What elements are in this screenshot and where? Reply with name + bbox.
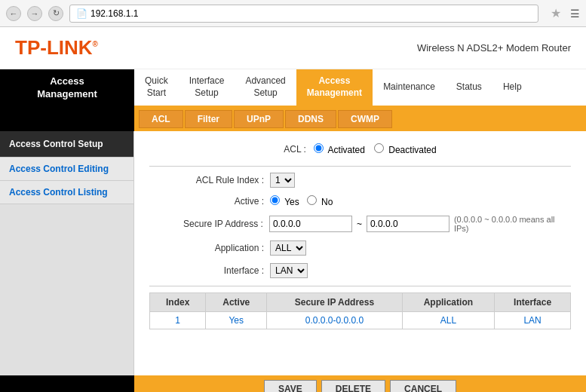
footer-content: SAVE DELETE CANCEL [134,375,586,392]
secure-ip-label: Secure IP Address : [149,219,269,229]
footer-sidebar [0,375,134,392]
acl-rule-index-label: ACL Rule Index : [149,175,270,185]
nav-top: Access Management Quick Start Interface … [0,69,586,107]
nav-items: Quick Start Interface Setup Advanced Set… [134,69,586,107]
router-title: Wireless N ADSL2+ Modem Router [417,42,571,54]
acl-activated-label[interactable]: Activated [314,143,365,155]
footer-wrapper: SAVE DELETE CANCEL [0,375,586,392]
sidebar-item-access-control-editing[interactable]: Access Control Editing [0,158,133,181]
browser-chrome: ← → ↻ 📄 192.168.1.1 ★ ☰ [0,0,586,27]
sidebar-item-access-control-setup[interactable]: Access Control Setup [0,131,133,158]
sidebar: Access Control Setup Access Control Edit… [0,131,134,375]
ip-from-input[interactable] [269,216,352,232]
acl-row: ACL : Activated Deactivated [149,143,571,155]
application-select[interactable]: ALL [270,240,306,256]
cancel-button[interactable]: CANCEL [390,380,456,392]
interface-row: Interface : LAN [149,263,571,278]
nav-item-maintenance[interactable]: Maintenance [373,69,446,106]
forward-button[interactable]: → [27,6,42,21]
nav-item-access-management[interactable]: Access Management [296,69,373,106]
active-row: Active : Yes No [149,195,571,207]
secure-ip-row: Secure IP Address : ~ (0.0.0.0 ~ 0.0.0.0… [149,215,571,233]
sidebar-item-access-control-listing[interactable]: Access Control Listing [0,181,133,204]
active-yes-radio[interactable] [270,195,280,205]
col-secure-ip: Secure IP Address [267,292,402,311]
col-application: Application [402,292,495,311]
sub-nav-upnp[interactable]: UPnP [234,110,284,128]
page-header: TP-LINK® Wireless N ADSL2+ Modem Router [0,27,586,69]
ip-to-input[interactable] [367,216,449,232]
active-no-label[interactable]: No [307,195,333,207]
content-area: ACL : Activated Deactivated ACL Rule Ind… [134,131,586,375]
divider-2 [149,286,571,286]
divider-1 [149,166,571,167]
nav-item-help[interactable]: Help [492,69,532,106]
application-row: Application : ALL [149,240,571,256]
interface-label: Interface : [149,265,270,276]
sub-nav-ddns[interactable]: DDNS [285,110,336,128]
ip-note: (0.0.0.0 ~ 0.0.0.0 means all IPs) [454,215,571,233]
tp-link-logo-text: TP-LINK® [15,36,98,59]
url-text: 192.168.1.1 [91,8,138,19]
sub-nav-items: ACL Filter UPnP DDNS CWMP [134,107,586,131]
refresh-button[interactable]: ↻ [48,6,63,21]
cell-ip: 0.0.0.0-0.0.0.0 [267,311,402,329]
nav-sidebar-label: Access Management [0,69,134,107]
interface-select[interactable]: LAN [270,263,308,278]
acl-rule-index-row: ACL Rule Index : 1 [149,173,571,188]
nav-item-advanced-setup[interactable]: Advanced Setup [235,69,296,106]
cell-active: Yes [206,311,267,329]
nav-item-status[interactable]: Status [446,69,492,106]
active-label: Active : [149,196,270,207]
address-bar[interactable]: 📄 192.168.1.1 [69,5,538,23]
acl-table: Index Active Secure IP Address Applicati… [149,292,571,329]
acl-deactivated-radio[interactable] [374,143,384,153]
nav-item-quick-start[interactable]: Quick Start [134,69,179,106]
sub-nav-acl[interactable]: ACL [139,110,183,128]
sub-nav: ACL Filter UPnP DDNS CWMP [0,107,586,131]
nav-container: Access Management Quick Start Interface … [0,69,586,131]
logo: TP-LINK® [15,36,98,60]
acl-label: ACL : [284,144,306,155]
menu-icon[interactable]: ☰ [570,8,580,20]
back-button[interactable]: ← [6,6,21,21]
acl-activated-radio[interactable] [314,143,324,153]
col-interface: Interface [495,292,571,311]
sub-nav-filter[interactable]: Filter [185,110,232,128]
acl-deactivated-label[interactable]: Deactivated [374,143,437,155]
ip-tilde: ~ [357,219,362,229]
cell-application: ALL [402,311,495,329]
acl-rule-index-select[interactable]: 1 [270,173,295,188]
nav-item-interface-setup[interactable]: Interface Setup [179,69,235,106]
delete-button[interactable]: DELETE [321,380,385,392]
cell-interface: LAN [495,311,571,329]
sub-nav-spacer [0,107,134,131]
table-row[interactable]: 1 Yes 0.0.0.0-0.0.0.0 ALL LAN [150,311,571,329]
active-no-radio[interactable] [307,195,317,205]
col-index: Index [150,292,206,311]
cell-index: 1 [150,311,206,329]
application-label: Application : [149,243,270,253]
bookmark-icon[interactable]: ★ [551,6,561,20]
active-yes-label[interactable]: Yes [270,195,299,207]
sub-nav-cwmp[interactable]: CWMP [338,110,392,128]
col-active: Active [206,292,267,311]
save-button[interactable]: SAVE [264,380,317,392]
